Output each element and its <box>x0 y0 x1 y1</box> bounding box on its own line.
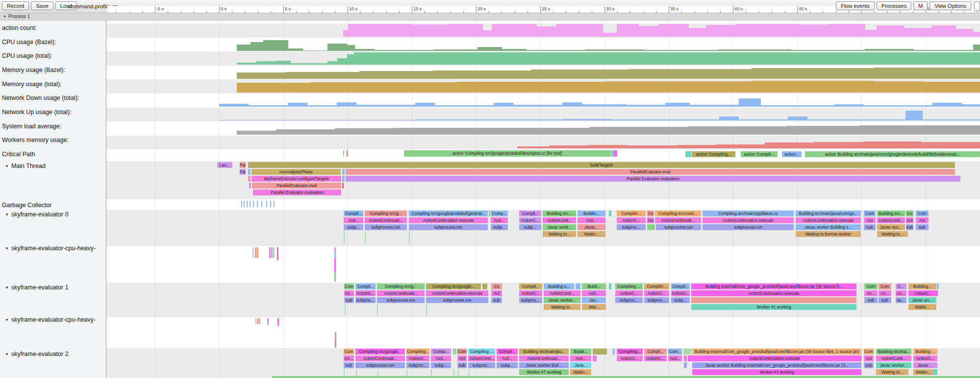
trace-event[interactable]: subproc... <box>519 297 542 303</box>
trace-event[interactable]: Act <box>864 355 874 361</box>
trace-event[interactable]: Compiling src/main/cpp/blaze.cc <box>703 211 794 216</box>
trace-event[interactable]: Building external/com_google_protobuf/ja… <box>691 284 856 289</box>
trace-event[interactable]: Worker #3 working <box>692 369 861 375</box>
collapse-triangle-icon[interactable]: ▼ <box>5 213 9 217</box>
trace-event[interactable]: Act <box>647 217 654 223</box>
trace-event[interactable] <box>249 183 251 189</box>
trace-event[interactable] <box>345 304 346 316</box>
trace-event[interactable] <box>613 349 615 354</box>
trace-event[interactable]: action 'Compili... <box>741 151 778 157</box>
trace-event[interactable]: ActionConti... <box>877 217 905 223</box>
trace-event[interactable]: Worker #1 working <box>691 304 856 310</box>
trace-event[interactable]: subp... <box>497 362 518 368</box>
trace-event[interactable] <box>277 255 278 260</box>
trace-event[interactable]: Acti... <box>668 355 682 361</box>
trace-event[interactable]: ActionContinuation.execute <box>796 217 861 223</box>
trace-event[interactable] <box>244 201 245 208</box>
trace-event[interactable]: subp... <box>519 224 541 230</box>
trace-event[interactable] <box>250 201 251 208</box>
trace-event[interactable] <box>342 183 344 189</box>
trace-event[interactable]: Compiling src/google/protobuf/generat... <box>409 211 488 216</box>
trace-event[interactable]: Compil... <box>644 349 667 354</box>
trace-event[interactable]: Compil... <box>344 211 363 216</box>
trace-event[interactable]: subproc... <box>615 297 643 303</box>
trace-event[interactable] <box>277 318 279 326</box>
trace-event[interactable]: Compiling ... <box>468 349 495 354</box>
trace-event[interactable] <box>274 201 275 208</box>
trace-event[interactable]: subproc... <box>355 297 376 303</box>
trace-event[interactable]: subprocess.run <box>355 362 405 368</box>
trace-event[interactable]: Buildin... <box>578 211 605 216</box>
trace-event[interactable]: Compiling src/core/... <box>655 211 701 216</box>
trace-event[interactable]: Com <box>879 284 891 289</box>
trace-event[interactable] <box>684 355 687 361</box>
trace-event[interactable] <box>685 151 691 157</box>
trace-event[interactable]: ActionContinuation.execute <box>409 217 488 223</box>
collapse-triangle-icon[interactable]: ▼ <box>5 246 9 251</box>
trace-event[interactable]: subprocess.run <box>365 224 407 230</box>
save-button[interactable]: Save <box>31 1 53 10</box>
trace-event[interactable]: Waitin... <box>913 369 933 375</box>
record-button[interactable]: Record <box>2 1 29 10</box>
trace-event[interactable] <box>684 362 687 368</box>
trace-event[interactable] <box>266 201 267 208</box>
trace-event[interactable] <box>458 369 459 376</box>
trace-event[interactable] <box>261 201 262 208</box>
trace-event[interactable]: Ac... <box>896 290 906 296</box>
trace-event[interactable]: Com <box>864 211 876 216</box>
trace-event[interactable] <box>334 273 336 282</box>
trace-event[interactable]: Com... <box>668 349 682 354</box>
trace-event[interactable]: Acti... <box>344 217 363 223</box>
track-group-skyframe-evaluator-1[interactable]: ▼skyframe-evaluator 1 <box>2 284 106 291</box>
trace-event[interactable]: subproc... <box>644 297 669 303</box>
trace-event[interactable]: Com <box>457 349 467 354</box>
trace-event[interactable]: Worker #7 working <box>519 369 569 375</box>
flow-events-button[interactable]: Flow events <box>836 1 875 10</box>
trace-event[interactable]: Javac... <box>578 224 605 230</box>
trace-event[interactable]: ActionC... <box>671 290 690 296</box>
trace-event[interactable] <box>409 231 410 244</box>
collapse-triangle-icon[interactable]: ▼ <box>3 13 6 20</box>
trace-event[interactable]: Buildi... <box>570 349 591 354</box>
trace-event[interactable]: Com <box>344 284 354 289</box>
trace-event[interactable]: Jav... <box>582 297 606 303</box>
trace-event[interactable]: ActionContinuation.execute <box>703 217 794 223</box>
trace-event[interactable] <box>489 211 490 216</box>
trace-event[interactable] <box>335 332 336 338</box>
view-options-button[interactable]: View Options <box>930 1 971 10</box>
trace-event[interactable]: Compiling src/google... <box>426 284 481 289</box>
trace-event[interactable]: ActionConti... <box>468 355 495 361</box>
trace-event[interactable]: ActionConti... <box>876 355 911 361</box>
trace-event[interactable] <box>365 231 366 244</box>
trace-event[interactable]: Co <box>647 211 654 216</box>
trace-event[interactable] <box>576 284 580 289</box>
trace-event[interactable] <box>247 201 248 208</box>
trace-event[interactable]: Compiling src/google... <box>355 349 405 354</box>
trace-event[interactable]: sub <box>864 362 874 368</box>
trace-event[interactable] <box>248 169 251 175</box>
trace-event[interactable]: Com <box>916 211 929 216</box>
trace-event[interactable]: Com <box>864 349 874 354</box>
trace-event[interactable]: ActionConti... <box>543 217 576 223</box>
trace-event[interactable]: Act <box>906 217 913 223</box>
trace-event[interactable]: Compiling src/g... <box>377 284 425 289</box>
trace-event[interactable]: ActionContinuation.execute <box>688 355 861 361</box>
trace-event[interactable]: subproc... <box>468 362 495 368</box>
trace-event[interactable]: subp... <box>671 297 690 303</box>
trace-event[interactable] <box>252 247 254 258</box>
trace-event[interactable] <box>593 355 597 361</box>
trace-event[interactable]: Com <box>864 284 878 289</box>
trace-event[interactable] <box>257 318 258 324</box>
trace-event[interactable] <box>469 369 470 376</box>
trace-event[interactable]: Ac... <box>344 355 354 361</box>
trace-event[interactable]: Ac... <box>879 290 891 296</box>
trace-event[interactable]: Waitin... <box>578 231 605 237</box>
trace-event[interactable]: Compil... <box>519 211 541 216</box>
trace-event[interactable]: Act <box>916 217 929 223</box>
trace-event[interactable]: Act <box>457 355 467 361</box>
trace-event[interactable] <box>609 284 611 289</box>
trace-event[interactable]: ActionC... <box>908 290 938 296</box>
trace-event[interactable]: Compil... <box>355 284 376 289</box>
trace-event[interactable]: sub <box>879 297 891 303</box>
trace-event[interactable]: Javac wo... <box>908 297 936 303</box>
